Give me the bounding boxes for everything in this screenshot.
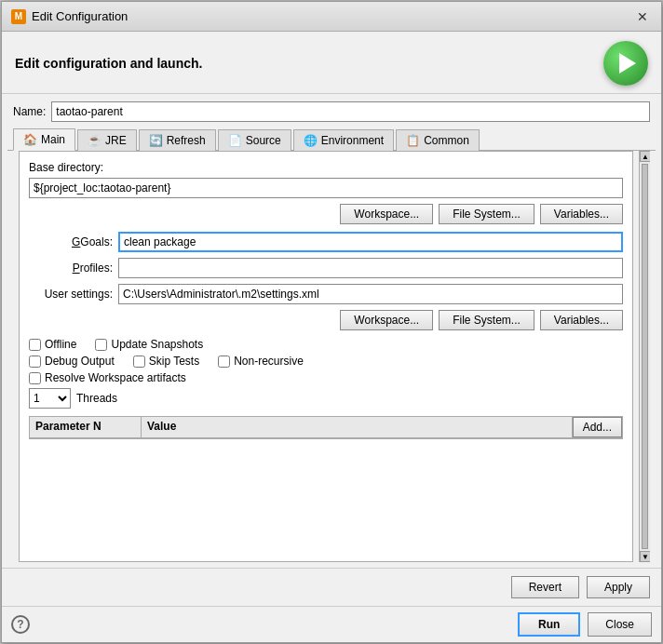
refresh-tab-icon: 🔄 bbox=[149, 134, 163, 147]
help-icon[interactable]: ? bbox=[11, 615, 30, 634]
tab-refresh[interactable]: 🔄 Refresh bbox=[139, 129, 216, 151]
name-label: Name: bbox=[13, 105, 46, 118]
table-header: Parameter N Value Add... bbox=[30, 417, 622, 438]
name-row: Name: bbox=[7, 94, 656, 127]
close-icon[interactable]: ✕ bbox=[633, 7, 652, 26]
file-system-button-1[interactable]: File System... bbox=[439, 204, 534, 224]
refresh-tab-label: Refresh bbox=[167, 134, 206, 147]
dialog-icon: M bbox=[11, 9, 26, 24]
resolve-workspace-checkbox[interactable]: Resolve Workspace artifacts bbox=[29, 371, 186, 384]
variables-button-2[interactable]: Variables... bbox=[540, 310, 623, 330]
environment-tab-icon: 🌐 bbox=[304, 134, 318, 147]
main-tab-label: Main bbox=[41, 133, 65, 146]
base-dir-btn-row: Workspace... File System... Variables... bbox=[29, 204, 623, 224]
base-directory-label: Base directory: bbox=[29, 161, 623, 174]
scrollbar[interactable]: ▲ ▼ bbox=[639, 151, 650, 562]
scroll-thumb[interactable] bbox=[642, 164, 648, 549]
edit-configuration-dialog: M Edit Configuration ✕ Edit configuratio… bbox=[1, 1, 662, 643]
bottom-buttons: Revert Apply bbox=[511, 576, 650, 598]
header-section: Edit configuration and launch. bbox=[2, 32, 661, 94]
revert-button[interactable]: Revert bbox=[511, 576, 579, 598]
apply-button[interactable]: Apply bbox=[587, 576, 650, 598]
checkbox-row-2: Debug Output Skip Tests Non-recursive bbox=[29, 355, 623, 368]
scroll-down-button[interactable]: ▼ bbox=[640, 551, 650, 562]
threads-label: Threads bbox=[76, 392, 117, 405]
run-button[interactable]: Run bbox=[518, 612, 580, 637]
main-panel: Base directory: Workspace... File System… bbox=[19, 151, 633, 562]
goals-input[interactable] bbox=[118, 232, 623, 252]
tab-jre[interactable]: ☕ JRE bbox=[77, 129, 137, 151]
skip-tests-checkbox[interactable]: Skip Tests bbox=[133, 355, 199, 368]
content-area: Name: 🏠 Main ☕ JRE 🔄 Refresh 📄 Source � bbox=[2, 94, 661, 568]
tab-main[interactable]: 🏠 Main bbox=[13, 128, 75, 151]
bottom-bar: Revert Apply bbox=[2, 568, 661, 606]
run-icon bbox=[603, 41, 648, 86]
name-input[interactable] bbox=[51, 101, 650, 122]
checkbox-section: Offline Update Snapshots Debug Output bbox=[29, 338, 623, 384]
offline-checkbox[interactable]: Offline bbox=[29, 338, 76, 351]
header-subtitle: Edit configuration and launch. bbox=[15, 56, 202, 71]
footer-buttons: Run Close bbox=[518, 612, 652, 637]
jre-tab-icon: ☕ bbox=[88, 134, 101, 147]
non-recursive-checkbox[interactable]: Non-recursive bbox=[218, 355, 304, 368]
scroll-up-button[interactable]: ▲ bbox=[640, 151, 650, 162]
dialog-title: Edit Configuration bbox=[32, 9, 128, 23]
threads-select[interactable]: 1 2 4 bbox=[29, 388, 71, 409]
tab-environment[interactable]: 🌐 Environment bbox=[293, 129, 394, 151]
main-tab-icon: 🏠 bbox=[23, 133, 37, 146]
add-button[interactable]: Add... bbox=[573, 417, 622, 437]
common-tab-icon: 📋 bbox=[406, 134, 420, 147]
close-button[interactable]: Close bbox=[588, 612, 652, 637]
base-directory-input[interactable] bbox=[29, 178, 623, 198]
common-tab-label: Common bbox=[424, 134, 469, 147]
source-tab-icon: 📄 bbox=[228, 134, 242, 147]
profiles-input[interactable] bbox=[118, 258, 623, 278]
parameter-table: Parameter N Value Add... bbox=[29, 416, 623, 439]
user-settings-label: User settings: bbox=[29, 288, 113, 301]
user-settings-input[interactable] bbox=[118, 284, 623, 304]
goals-label: GGoals: bbox=[29, 235, 113, 248]
workspace-button-1[interactable]: Workspace... bbox=[340, 204, 433, 224]
checkbox-row-3: Resolve Workspace artifacts bbox=[29, 371, 623, 384]
threads-row: 1 2 4 Threads bbox=[29, 388, 623, 409]
tab-common[interactable]: 📋 Common bbox=[396, 129, 480, 151]
footer-bar: ? Run Close bbox=[2, 606, 661, 642]
file-system-button-2[interactable]: File System... bbox=[439, 310, 534, 330]
user-settings-row: User settings: bbox=[29, 284, 623, 304]
workspace-button-2[interactable]: Workspace... bbox=[340, 310, 433, 330]
goals-row: GGoals: bbox=[29, 232, 623, 252]
jre-tab-label: JRE bbox=[105, 134, 127, 147]
checkbox-row-1: Offline Update Snapshots bbox=[29, 338, 623, 351]
variables-button-1[interactable]: Variables... bbox=[540, 204, 623, 224]
debug-output-checkbox[interactable]: Debug Output bbox=[29, 355, 115, 368]
source-tab-label: Source bbox=[246, 134, 281, 147]
tabs-bar: 🏠 Main ☕ JRE 🔄 Refresh 📄 Source 🌐 Enviro… bbox=[7, 127, 656, 151]
col1-header: Parameter N bbox=[30, 417, 142, 437]
environment-tab-label: Environment bbox=[321, 134, 384, 147]
profiles-label: Profiles: bbox=[29, 262, 113, 275]
update-snapshots-checkbox[interactable]: Update Snapshots bbox=[95, 338, 203, 351]
col2-header: Value bbox=[142, 417, 573, 437]
user-settings-btn-row: Workspace... File System... Variables... bbox=[29, 310, 623, 330]
tab-source[interactable]: 📄 Source bbox=[218, 129, 291, 151]
title-bar: M Edit Configuration ✕ bbox=[2, 2, 661, 32]
profiles-row: Profiles: bbox=[29, 258, 623, 278]
title-bar-left: M Edit Configuration bbox=[11, 9, 128, 24]
